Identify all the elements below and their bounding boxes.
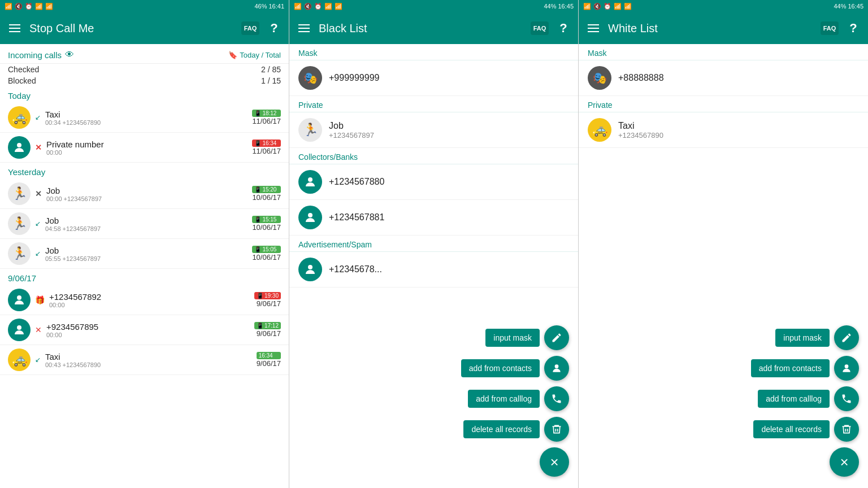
x-icon-895: ✕ [35, 325, 42, 334]
delete-all-icon-btn-2[interactable] [544, 417, 569, 442]
close-fab-btn-3[interactable]: × [830, 447, 859, 477]
delete-all-button-2[interactable]: delete all records [463, 420, 540, 438]
bt-icon-2: 📶 [294, 3, 302, 10]
avatar-job-2: 🏃 [8, 212, 31, 235]
list-item-mask-wl[interactable]: 🎭 +88888888 [579, 60, 868, 96]
signal-icon: 📶 [45, 3, 53, 10]
list-item-ads[interactable]: +12345678... [289, 252, 578, 287]
app-bar-1: Stop Call Me FAQ ? [0, 12, 289, 44]
fab-overlay-2: input mask add from contacts add from ca… [289, 320, 578, 488]
call-row-job-2[interactable]: 🏃 ↙ Job 04:58 +1234567897 📱 15:15 10/06/… [0, 209, 289, 239]
add-calllog-button-3[interactable]: add from calllog [758, 390, 830, 408]
list-item-taxi-wl[interactable]: 🚕 Taxi +1234567890 [579, 112, 868, 148]
list-item-881-number: +1234567881 [329, 212, 569, 223]
call-date-taxi-906: 9/06/17 [257, 359, 281, 368]
menu-icon-2[interactable] [296, 20, 312, 36]
fab-row-calllog-3: add from calllog [758, 386, 859, 411]
call-row-num895[interactable]: ✕ +9234567895 00:00 📱 17:12 9/06/17 [0, 315, 289, 345]
input-mask-icon-btn-3[interactable] [834, 325, 859, 350]
help-icon[interactable]: ? [266, 20, 282, 36]
avatar-ads [298, 258, 322, 281]
list-item-job-bl-info: Job +1234567897 [329, 121, 569, 140]
app-bar-2: Black List FAQ ? [289, 12, 578, 44]
avatar-taxi-wl: 🚕 [588, 118, 611, 142]
list-item-880-info: +1234567880 [329, 177, 569, 187]
x-icon-job-1: ✕ [35, 189, 42, 198]
list-item-mask[interactable]: 🎭 +999999999 [289, 60, 578, 96]
incoming-label: Incoming calls 👁 [8, 50, 74, 60]
menu-icon-3[interactable] [585, 20, 601, 36]
list-item-880[interactable]: +1234567880 [289, 164, 578, 200]
input-mask-icon-btn-2[interactable] [544, 325, 569, 350]
call-row-job-3[interactable]: 🏃 ↙ Job 05:55 +1234567897 📱 15:05 10/06/… [0, 239, 289, 269]
list-item-mask-wl-number: +88888888 [618, 73, 859, 83]
screen-white-list: 📶 🔇 ⏰ 📶 📶 44% 16:45 White List FAQ ? Mas… [579, 0, 868, 488]
call-row-private[interactable]: ✕ Private number 00:00 📱 16:34 11/06/17 [0, 133, 289, 163]
svg-point-5 [17, 325, 21, 330]
call-info-job-1: Job 00:00 +1234567897 [46, 186, 248, 202]
input-mask-button-2[interactable]: input mask [485, 329, 540, 347]
delete-all-button-3[interactable]: delete all records [753, 420, 830, 438]
wifi-icon-3: 📶 [614, 3, 622, 10]
close-fab-btn-2[interactable]: × [540, 447, 569, 477]
svg-point-3 [17, 143, 21, 147]
call-date-job-3: 10/06/17 [252, 253, 281, 262]
faq-icon[interactable]: FAQ [241, 21, 259, 35]
svg-point-9 [308, 177, 313, 182]
add-calllog-icon-btn-2[interactable] [544, 386, 569, 411]
call-date-job-1: 10/06/17 [252, 193, 281, 202]
svg-rect-7 [298, 28, 310, 29]
call-time-895: 📱 17:12 9/06/17 [254, 322, 281, 338]
add-calllog-icon-btn-3[interactable] [834, 386, 859, 411]
faq-icon-3[interactable]: FAQ [821, 21, 839, 35]
content-1: Incoming calls 👁 🔖 Today / Total Checked… [0, 44, 289, 488]
call-info-private: Private number 00:00 [46, 140, 248, 156]
avatar-880 [298, 170, 322, 194]
avatar-mask-bl: 🎭 [298, 66, 322, 90]
checked-row: Checked 2 / 85 [0, 64, 289, 75]
badge-private: 📱 16:34 [252, 140, 281, 147]
call-sub-job-3: 05:55 +1234567897 [45, 255, 248, 262]
time-text: 16:41 [268, 3, 284, 10]
delete-all-icon-btn-3[interactable] [834, 417, 859, 442]
call-sub-private: 00:00 [46, 149, 248, 156]
menu-icon[interactable] [7, 20, 23, 36]
mute-icon: 🔇 [15, 3, 23, 10]
call-date-taxi-1: 11/06/17 [252, 117, 281, 125]
add-contacts-icon-btn-2[interactable] [544, 356, 569, 381]
avatar-num892 [8, 289, 31, 311]
section-collectors-bl: Collectors/Banks [289, 148, 578, 164]
help-icon-3[interactable]: ? [845, 20, 861, 36]
call-row-taxi-906[interactable]: 🚕 ↙ Taxi 00:43 +1234567890 16:34 9/06/17 [0, 345, 289, 375]
battery-text-3: 44% [834, 3, 846, 10]
section-private-bl: Private [289, 96, 578, 112]
add-calllog-button-2[interactable]: add from calllog [468, 390, 540, 408]
help-icon-2[interactable]: ? [555, 20, 571, 36]
add-contacts-icon-btn-3[interactable] [834, 356, 859, 381]
battery-text-2: 44% [544, 3, 556, 10]
input-mask-button-3[interactable]: input mask [775, 329, 830, 347]
fab-row-close-2: × [540, 447, 569, 477]
content-2: Mask 🎭 +999999999 Private 🏃 Job +1234567… [289, 44, 578, 488]
screen-black-list: 📶 🔇 ⏰ 📶 📶 44% 16:45 Black List FAQ ? Mas… [289, 0, 579, 488]
battery-text: 46% [254, 3, 267, 10]
call-row-job-1[interactable]: 🏃 ✕ Job 00:00 +1234567897 📱 15:20 10/06/… [0, 179, 289, 209]
list-item-job-bl[interactable]: 🏃 Job +1234567897 [289, 112, 578, 148]
call-row-taxi-today[interactable]: 🚕 ↙ Taxi 00:34 +1234567890 📱 18:12 11/06… [0, 103, 289, 133]
list-item-mask-number: +999999999 [329, 73, 569, 83]
call-date-job-2: 10/06/17 [252, 223, 281, 232]
avatar-881 [298, 206, 322, 229]
list-item-881[interactable]: +1234567881 [289, 200, 578, 236]
call-sub-taxi-906: 00:43 +1234567890 [45, 361, 252, 368]
fab-row-calllog-2: add from calllog [468, 386, 569, 411]
faq-icon-2[interactable]: FAQ [531, 21, 549, 35]
status-bar-2: 📶 🔇 ⏰ 📶 📶 44% 16:45 [289, 0, 578, 12]
screen-stop-call-me: 📶 🔇 ⏰ 📶 📶 46% 16:41 Stop Call Me FAQ ? I… [0, 0, 289, 488]
call-row-num892[interactable]: 🎁 +1234567892 00:00 📱 19:30 9/06/17 [0, 285, 289, 315]
svg-rect-1 [9, 28, 20, 29]
bt-icon-3: 📶 [583, 3, 591, 10]
add-contacts-button-2[interactable]: add from contacts [461, 359, 540, 377]
list-item-mask-info: +999999999 [329, 73, 569, 83]
call-name-taxi-906: Taxi [45, 352, 252, 361]
add-contacts-button-3[interactable]: add from contacts [751, 359, 830, 377]
